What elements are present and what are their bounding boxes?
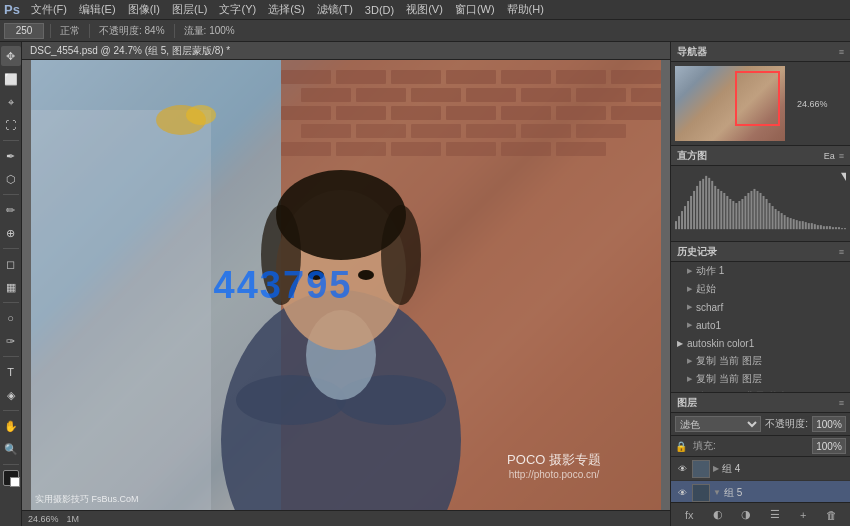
history-item-5[interactable]: 复制 当前 图层 xyxy=(671,352,850,370)
tool-eyedropper[interactable]: ✒ xyxy=(1,146,21,166)
menu-view[interactable]: 视图(V) xyxy=(401,2,448,17)
tool-dodge[interactable]: ○ xyxy=(1,308,21,328)
tool-lasso[interactable]: ⌖ xyxy=(1,92,21,112)
tool-eraser[interactable]: ◻ xyxy=(1,254,21,274)
layers-expand-icon[interactable]: ≡ xyxy=(839,398,844,408)
svg-rect-28 xyxy=(576,124,626,138)
fill-input[interactable] xyxy=(812,438,846,454)
svg-rect-29 xyxy=(281,142,331,156)
history-item-6[interactable]: 复制 当前 图层 xyxy=(671,370,850,388)
history-expand-icon[interactable]: ≡ xyxy=(839,247,844,257)
histogram-expand-icon[interactable]: ≡ xyxy=(839,151,844,161)
canvas-tab[interactable]: DSC_4554.psd @ 24.7% (组 5, 图层蒙版/8) * xyxy=(22,42,670,60)
layer-eye-group5[interactable]: 👁 xyxy=(675,486,689,500)
separator2 xyxy=(89,24,90,38)
svg-rect-66 xyxy=(729,199,731,229)
svg-rect-81 xyxy=(775,209,777,229)
history-header[interactable]: 历史记录 ≡ xyxy=(671,242,850,262)
foreground-color[interactable] xyxy=(3,470,19,486)
menu-image[interactable]: 图像(I) xyxy=(123,2,165,17)
svg-rect-75 xyxy=(756,191,758,229)
tool-pen[interactable]: ✑ xyxy=(1,331,21,351)
new-group-button[interactable]: ☰ xyxy=(765,505,785,525)
history-item-1[interactable]: 起始 xyxy=(671,280,850,298)
svg-rect-45 xyxy=(31,110,211,510)
svg-rect-76 xyxy=(759,193,761,229)
history-item-0[interactable]: 动作 1 xyxy=(671,262,850,280)
svg-rect-98 xyxy=(826,226,828,229)
add-mask-button[interactable]: ◐ xyxy=(708,505,728,525)
tool-brush[interactable]: ✏ xyxy=(1,200,21,220)
menu-edit[interactable]: 编辑(E) xyxy=(74,2,121,17)
tool-clone[interactable]: ⊕ xyxy=(1,223,21,243)
menu-layer[interactable]: 图层(L) xyxy=(167,2,212,17)
svg-rect-26 xyxy=(466,124,516,138)
tool-marquee[interactable]: ⬜ xyxy=(1,69,21,89)
navigator-panel: 导航器 ≡ 24.66% xyxy=(671,42,850,146)
svg-rect-64 xyxy=(723,193,725,229)
tool-crop[interactable]: ⛶ xyxy=(1,115,21,135)
tool-shape[interactable]: ◈ xyxy=(1,385,21,405)
add-fx-button[interactable]: fx xyxy=(679,505,699,525)
tool-separator2 xyxy=(3,194,19,195)
menu-3d[interactable]: 3D(D) xyxy=(360,4,399,16)
blend-mode-select[interactable]: 滤色 正常 正片叠底 叠加 xyxy=(675,416,761,432)
group4-arrow[interactable]: ▶ xyxy=(713,464,719,473)
history-item-7[interactable]: 选择 图层 "背景 基本 2" xyxy=(671,388,850,392)
new-fill-button[interactable]: ◑ xyxy=(736,505,756,525)
svg-rect-23 xyxy=(301,124,351,138)
menu-text[interactable]: 文字(Y) xyxy=(214,2,261,17)
svg-rect-80 xyxy=(772,206,774,229)
opacity-input[interactable] xyxy=(812,416,846,432)
svg-rect-7 xyxy=(556,70,606,84)
navigator-header[interactable]: 导航器 ≡ xyxy=(671,42,850,62)
svg-rect-4 xyxy=(391,70,441,84)
svg-rect-94 xyxy=(814,224,816,229)
tool-move[interactable]: ✥ xyxy=(1,46,21,66)
histogram-header[interactable]: 直方图 Ea ≡ xyxy=(671,146,850,166)
layers-panel: 图层 ≡ 滤色 正常 正片叠底 叠加 不透明度: 🔒 填充: xyxy=(671,393,850,526)
menu-window[interactable]: 窗口(W) xyxy=(450,2,500,17)
history-list: 动作 1 起始 scharf auto1 autoskin color1 复制 … xyxy=(671,262,850,392)
tool-gradient[interactable]: ▦ xyxy=(1,277,21,297)
canvas-content[interactable]: 443795 POCO 摄影专题 http://photo.poco.cn/ 实… xyxy=(22,60,670,510)
svg-rect-13 xyxy=(521,88,571,102)
layer-group5[interactable]: 👁 ▼ 组 5 xyxy=(671,481,850,502)
layers-header[interactable]: 图层 ≡ xyxy=(671,393,850,413)
tool-hand[interactable]: ✋ xyxy=(1,416,21,436)
history-item-2[interactable]: scharf xyxy=(671,298,850,316)
svg-point-43 xyxy=(308,270,324,280)
group5-arrow[interactable]: ▼ xyxy=(713,488,721,497)
photo-svg xyxy=(31,60,661,510)
layer-group4[interactable]: 👁 ▶ 组 4 xyxy=(671,457,850,481)
svg-rect-2 xyxy=(281,70,331,84)
delete-layer-button[interactable]: 🗑 xyxy=(822,505,842,525)
navigator-expand-icon[interactable]: ≡ xyxy=(839,47,844,57)
menu-file[interactable]: 文件(F) xyxy=(26,2,72,17)
new-layer-button[interactable]: + xyxy=(793,505,813,525)
history-item-3[interactable]: auto1 xyxy=(671,316,850,334)
flow-label: 流量: 100% xyxy=(181,24,238,38)
tool-separator xyxy=(3,140,19,141)
history-panel: 历史记录 ≡ 动作 1 起始 scharf auto1 autoskin col… xyxy=(671,242,850,393)
brush-size-input[interactable] xyxy=(4,23,44,39)
history-group-autoskin[interactable]: autoskin color1 xyxy=(671,334,850,352)
mode-label: 正常 xyxy=(57,24,83,38)
svg-rect-103 xyxy=(841,228,843,229)
menu-help[interactable]: 帮助(H) xyxy=(502,2,549,17)
svg-rect-77 xyxy=(763,196,765,229)
svg-rect-57 xyxy=(702,179,704,229)
menu-select[interactable]: 选择(S) xyxy=(263,2,310,17)
layer-eye-group4[interactable]: 👁 xyxy=(675,462,689,476)
menu-filter[interactable]: 滤镜(T) xyxy=(312,2,358,17)
svg-rect-101 xyxy=(835,227,837,229)
right-panels: 导航器 ≡ 24.66% 直方图 Ea ≡ xyxy=(670,42,850,526)
histogram-panel: 直方图 Ea ≡ xyxy=(671,146,850,242)
canvas-tab-label: DSC_4554.psd @ 24.7% (组 5, 图层蒙版/8) * xyxy=(30,44,230,58)
svg-rect-89 xyxy=(799,221,801,229)
layers-blend-row: 滤色 正常 正片叠底 叠加 不透明度: xyxy=(671,413,850,436)
tool-zoom[interactable]: 🔍 xyxy=(1,439,21,459)
tool-patch[interactable]: ⬡ xyxy=(1,169,21,189)
separator3 xyxy=(174,24,175,38)
tool-text[interactable]: T xyxy=(1,362,21,382)
